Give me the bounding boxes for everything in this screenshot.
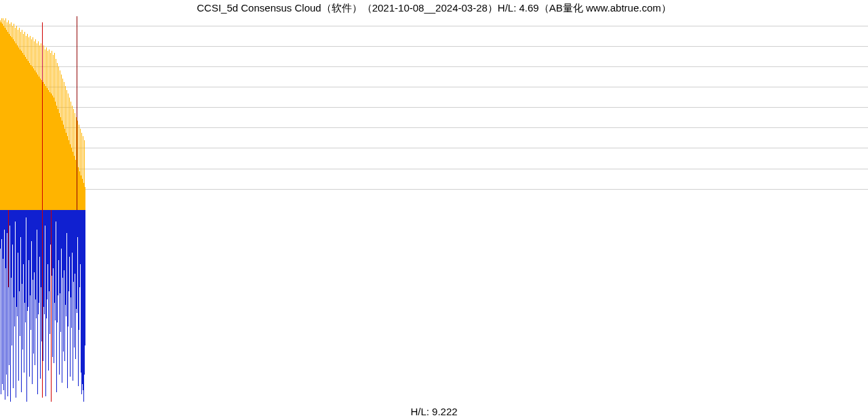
upper-panel (0, 16, 868, 210)
lower-bars (0, 210, 868, 404)
chart-footer: H/L: 9.222 (0, 404, 868, 420)
lower-bar (6, 210, 7, 375)
lower-bar (44, 210, 45, 314)
lower-bar (55, 210, 56, 320)
lower-bar (9, 210, 9, 365)
lower-panel (0, 210, 868, 404)
lower-bar (85, 210, 85, 345)
lower-bar (25, 210, 26, 322)
vertical-guide (77, 16, 77, 210)
lower-bar (3, 210, 4, 390)
chart-plot (0, 16, 868, 404)
upper-bar (85, 187, 85, 210)
lower-bar (14, 210, 15, 327)
upper-bars (0, 16, 868, 210)
chart-title: CCSI_5d Consensus Cloud（软件）（2021-10-08__… (0, 0, 868, 16)
